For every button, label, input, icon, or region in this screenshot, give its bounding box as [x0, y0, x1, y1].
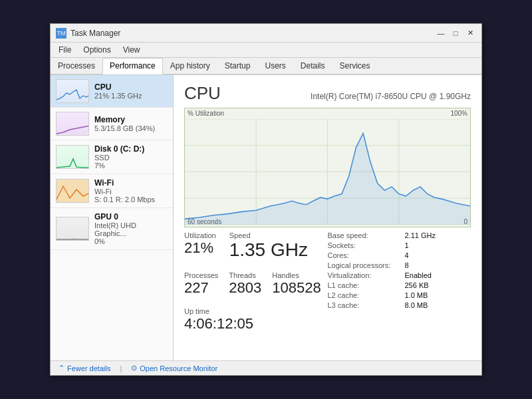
disk-info: Disk 0 (C: D:) SSD 7% — [94, 144, 168, 170]
stats-left: Utilization 21% Speed 1.35 GHz Processes… — [184, 231, 328, 338]
l3-label: L3 cache: — [328, 301, 401, 309]
cores-value: 4 — [405, 251, 409, 259]
sidebar-item-memory[interactable]: Memory 5.3/15.8 GB (34%) — [51, 108, 173, 140]
tab-performance[interactable]: Performance — [102, 58, 163, 74]
wifi-name: Wi-Fi — [94, 178, 168, 188]
app-icon: TM — [56, 28, 66, 39]
window-title: Task Manager — [70, 29, 120, 38]
task-manager-window: TM Task Manager — □ ✕ File Options View … — [50, 23, 482, 376]
base-speed-value: 2.11 GHz — [405, 231, 436, 239]
sidebar-item-cpu[interactable]: CPU 21% 1.35 GHz — [51, 75, 173, 108]
minimize-button[interactable]: — — [435, 27, 447, 39]
cpu-chart: % Utilization 100% 60 seconds 0 — [184, 108, 471, 227]
threads-value: 2803 — [229, 279, 261, 297]
base-speed-row: Base speed: 2.11 GHz — [328, 231, 471, 239]
stats-grid: Utilization 21% Speed 1.35 GHz Processes… — [184, 231, 471, 338]
svg-rect-0 — [57, 180, 89, 203]
cores-label: Cores: — [328, 251, 401, 259]
l2-value: 1.0 MB — [405, 291, 428, 299]
l1-row: L1 cache: 256 KB — [328, 281, 471, 289]
window-controls: — □ ✕ — [435, 27, 476, 39]
disk-detail1: SSD — [94, 154, 168, 162]
speed-value: 1.35 GHz — [229, 239, 308, 261]
processes-value: 227 — [184, 279, 218, 297]
mem-thumbnail — [56, 112, 89, 136]
main-panel: CPU Intel(R) Core(TM) i7-8650U CPU @ 1.9… — [174, 75, 481, 360]
max-label: 100% — [450, 110, 467, 117]
menu-bar: File Options View — [51, 43, 481, 58]
cpu-detail: 21% 1.35 GHz — [94, 92, 168, 100]
main-content: CPU 21% 1.35 GHz Memory 5.3/15.8 GB (34%… — [51, 75, 481, 360]
title-bar: TM Task Manager — □ ✕ — [51, 24, 481, 43]
bottom-bar: ⌃ Fewer details | ⊙ Open Resource Monito… — [51, 360, 481, 375]
chevron-up-icon: ⌃ — [59, 364, 65, 372]
l2-label: L2 cache: — [328, 291, 401, 299]
cpu-info: CPU 21% 1.35 GHz — [94, 82, 168, 100]
fewer-details-button[interactable]: ⌃ Fewer details — [59, 364, 110, 372]
tab-startup[interactable]: Startup — [217, 58, 258, 74]
gpu-thumbnail — [56, 217, 89, 241]
close-button[interactable]: ✕ — [464, 27, 476, 39]
gpu-detail2: 0% — [94, 237, 168, 245]
tab-processes[interactable]: Processes — [51, 58, 102, 74]
cpu-name: CPU — [94, 82, 168, 92]
main-title: CPU — [184, 83, 221, 104]
speed-stat: Speed 1.35 GHz — [229, 231, 308, 261]
mem-name: Memory — [94, 115, 168, 124]
uptime-stat: Up time 4:06:12:05 — [184, 307, 328, 332]
logical-label: Logical processors: — [328, 261, 401, 269]
cpu-thumbnail — [56, 79, 89, 103]
uptime-label: Up time — [184, 307, 328, 315]
menu-options[interactable]: Options — [80, 44, 113, 56]
disk-detail2: 7% — [94, 162, 168, 170]
sockets-value: 1 — [405, 241, 409, 249]
tab-details[interactable]: Details — [293, 58, 332, 74]
gpu-name: GPU 0 — [94, 212, 168, 221]
sidebar-item-disk[interactable]: Disk 0 (C: D:) SSD 7% — [51, 140, 173, 174]
threads-stat: Threads 2803 — [229, 271, 261, 297]
l3-row: L3 cache: 8.0 MB — [328, 301, 471, 309]
menu-file[interactable]: File — [56, 44, 74, 56]
disk-name: Disk 0 (C: D:) — [94, 144, 168, 154]
tab-app-history[interactable]: App history — [163, 58, 217, 74]
logical-row: Logical processors: 8 — [328, 261, 471, 269]
cpu-model: Intel(R) Core(TM) i7-8650U CPU @ 1.90GHz — [311, 92, 471, 101]
sockets-row: Sockets: 1 — [328, 241, 471, 249]
sockets-label: Sockets: — [328, 241, 401, 249]
sidebar: CPU 21% 1.35 GHz Memory 5.3/15.8 GB (34%… — [51, 75, 174, 360]
l2-row: L2 cache: 1.0 MB — [328, 291, 471, 299]
title-bar-left: TM Task Manager — [56, 28, 120, 39]
virt-value: Enabled — [405, 271, 432, 279]
processes-label: Processes — [184, 271, 218, 279]
sidebar-item-gpu[interactable]: GPU 0 Intel(R) UHD Graphic... 0% — [51, 208, 173, 250]
open-resource-monitor-button[interactable]: ⊙ Open Resource Monitor — [131, 364, 217, 372]
cores-row: Cores: 4 — [328, 251, 471, 259]
utilization-stat: Utilization 21% — [184, 231, 216, 261]
wifi-detail1: Wi-Fi — [94, 188, 168, 196]
handles-label: Handles — [272, 271, 321, 279]
fewer-details-label: Fewer details — [67, 364, 110, 372]
speed-label: Speed — [229, 231, 308, 239]
utilization-label: Utilization — [184, 231, 216, 239]
mem-detail: 5.3/15.8 GB (34%) — [94, 124, 168, 132]
processes-stat: Processes 227 — [184, 271, 218, 297]
gpu-detail1: Intel(R) UHD Graphic... — [94, 221, 168, 237]
menu-view[interactable]: View — [120, 44, 143, 56]
cpu-chart-svg — [185, 119, 470, 225]
sidebar-item-wifi[interactable]: Wi-Fi Wi-Fi S: 0.1 R: 2.0 Mbps — [51, 174, 173, 208]
maximize-button[interactable]: □ — [450, 27, 462, 39]
base-speed-label: Base speed: — [328, 231, 401, 239]
tab-services[interactable]: Services — [332, 58, 378, 74]
virt-row: Virtualization: Enabled — [328, 271, 471, 279]
handles-stat: Handles 108528 — [272, 271, 321, 297]
utilization-label: % Utilization — [188, 110, 224, 117]
open-monitor-label: Open Resource Monitor — [140, 364, 217, 372]
tab-users[interactable]: Users — [257, 58, 293, 74]
logical-value: 8 — [405, 261, 409, 269]
handles-value: 108528 — [272, 279, 321, 297]
disk-thumbnail — [56, 145, 89, 169]
gpu-info: GPU 0 Intel(R) UHD Graphic... 0% — [94, 212, 168, 245]
wifi-thumbnail — [56, 179, 89, 203]
virt-label: Virtualization: — [328, 271, 401, 279]
main-header: CPU Intel(R) Core(TM) i7-8650U CPU @ 1.9… — [184, 83, 471, 104]
